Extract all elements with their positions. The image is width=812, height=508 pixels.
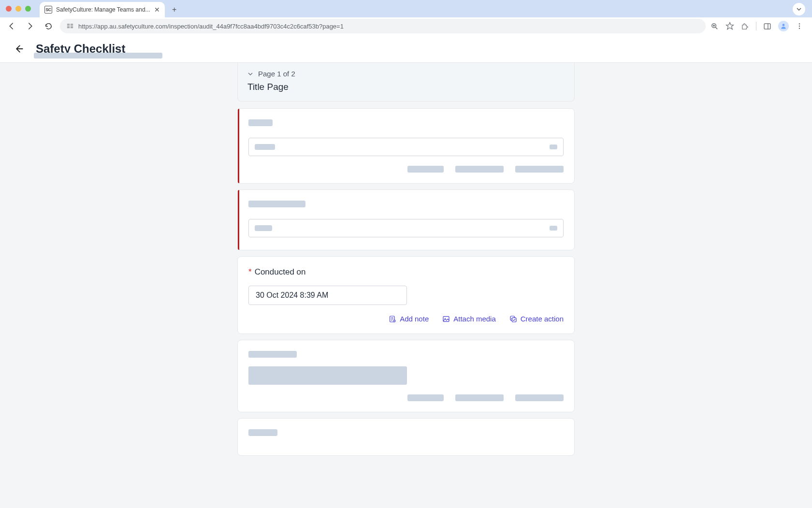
- required-indicator: *: [248, 267, 252, 277]
- field-label-skeleton: [248, 201, 305, 207]
- svg-rect-2: [67, 26, 70, 26]
- conducted-on-value: 30 Oct 2024 8:39 AM: [256, 291, 328, 300]
- action-skeleton: [407, 166, 444, 173]
- window-controls: [6, 6, 31, 17]
- conducted-on-card: * Conducted on 30 Oct 2024 8:39 AM Add n…: [237, 256, 575, 334]
- browser-tabstrip: SC SafetyCulture: Manage Teams and... ✕ …: [0, 0, 812, 17]
- browser-tab[interactable]: SC SafetyCulture: Manage Teams and... ✕: [40, 2, 165, 17]
- kebab-menu-icon[interactable]: [796, 22, 803, 30]
- svg-rect-23: [443, 316, 449, 321]
- toolbar-actions: [710, 21, 803, 31]
- input-skeleton[interactable]: [248, 219, 564, 237]
- svg-rect-3: [71, 26, 73, 26]
- card-actions: Add note Attach media Create action: [248, 315, 564, 323]
- new-tab-button[interactable]: +: [168, 3, 181, 16]
- field-label-skeleton: [248, 119, 273, 126]
- actions-row-skeleton: [248, 394, 564, 401]
- content-area: Page 1 of 2 Title Page: [0, 63, 812, 508]
- tab-favicon-icon: SC: [44, 6, 52, 14]
- section-title: Title Page: [247, 82, 565, 92]
- content-block-skeleton: [248, 366, 407, 385]
- browser-reload-button[interactable]: [42, 19, 55, 33]
- page-indicator[interactable]: Page 1 of 2: [247, 70, 565, 78]
- form-column: Page 1 of 2 Title Page: [237, 63, 575, 508]
- header-subtitle-skeleton: [34, 53, 162, 58]
- create-action-button[interactable]: Create action: [509, 315, 564, 323]
- bookmark-icon[interactable]: [725, 22, 734, 30]
- site-settings-icon[interactable]: [67, 23, 73, 29]
- svg-rect-26: [512, 318, 516, 322]
- field-label-skeleton: [248, 429, 277, 436]
- svg-rect-5: [71, 28, 73, 28]
- form-card-skeleton: [237, 418, 575, 456]
- sidepanel-icon[interactable]: [763, 22, 771, 30]
- toolbar-divider: [756, 22, 756, 30]
- svg-rect-1: [71, 24, 73, 25]
- close-tab-icon[interactable]: ✕: [154, 6, 160, 14]
- input-icon-skeleton: [550, 226, 557, 231]
- tab-title: SafetyCulture: Manage Teams and...: [56, 6, 150, 13]
- svg-point-15: [799, 28, 800, 29]
- conducted-on-input[interactable]: 30 Oct 2024 8:39 AM: [248, 286, 407, 305]
- svg-point-13: [799, 23, 800, 24]
- input-placeholder-skeleton: [255, 144, 275, 150]
- form-card-skeleton: [237, 340, 575, 412]
- browser-toolbar: https://app.au.safetyculture.com/inspect…: [0, 17, 812, 35]
- app-header: Safety Checklist: [0, 35, 812, 63]
- page-label: Page 1 of 2: [258, 70, 295, 78]
- input-icon-skeleton: [550, 145, 557, 149]
- svg-line-7: [715, 27, 717, 29]
- profile-avatar[interactable]: [778, 21, 789, 31]
- actions-row-skeleton: [248, 166, 564, 173]
- action-skeleton: [455, 166, 504, 173]
- svg-rect-10: [764, 23, 770, 29]
- close-window-button[interactable]: [6, 6, 12, 12]
- input-placeholder-skeleton: [255, 225, 272, 231]
- attach-media-button[interactable]: Attach media: [442, 315, 496, 323]
- note-icon: [389, 315, 396, 323]
- action-skeleton: [515, 166, 564, 173]
- svg-rect-0: [67, 24, 70, 25]
- conducted-on-label: * Conducted on: [248, 267, 564, 277]
- browser-forward-button[interactable]: [23, 19, 37, 33]
- back-arrow-button[interactable]: [14, 44, 24, 54]
- svg-point-14: [799, 26, 800, 27]
- svg-rect-4: [67, 28, 70, 28]
- browser-back-button[interactable]: [5, 19, 18, 33]
- action-skeleton: [407, 394, 444, 401]
- page-header-card: Page 1 of 2 Title Page: [237, 63, 575, 102]
- zoom-icon[interactable]: [710, 22, 719, 30]
- form-card-skeleton: [237, 108, 575, 184]
- extensions-icon[interactable]: [741, 22, 749, 30]
- action-skeleton: [515, 394, 564, 401]
- field-label-skeleton: [248, 351, 297, 358]
- image-icon: [442, 315, 450, 323]
- action-skeleton: [455, 394, 504, 401]
- input-skeleton[interactable]: [248, 138, 564, 156]
- url-text: https://app.au.safetyculture.com/inspect…: [78, 23, 344, 30]
- maximize-window-button[interactable]: [25, 6, 31, 12]
- action-icon: [509, 315, 517, 323]
- chevron-down-icon: [247, 71, 253, 77]
- address-bar[interactable]: https://app.au.safetyculture.com/inspect…: [60, 19, 706, 33]
- form-card-skeleton: [237, 189, 575, 250]
- tabstrip-dropdown-icon[interactable]: [793, 3, 805, 15]
- add-note-button[interactable]: Add note: [389, 315, 429, 323]
- svg-point-12: [783, 24, 785, 26]
- minimize-window-button[interactable]: [15, 6, 21, 12]
